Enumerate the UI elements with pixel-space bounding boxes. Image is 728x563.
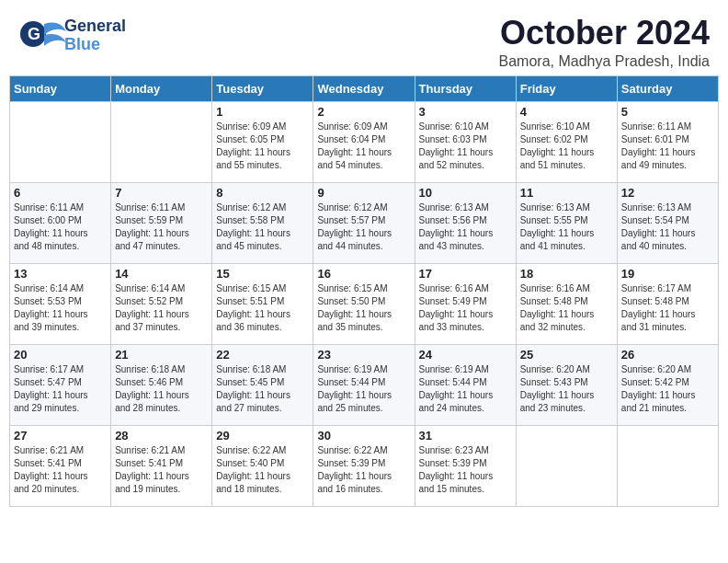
weekday-header-friday: Friday	[516, 75, 617, 101]
day-number: 28	[115, 429, 208, 442]
day-info: Sunrise: 6:13 AM Sunset: 5:54 PM Dayligh…	[621, 201, 714, 253]
title-block: October 2024 Bamora, Madhya Pradesh, Ind…	[499, 15, 710, 70]
day-info: Sunrise: 6:09 AM Sunset: 6:04 PM Dayligh…	[317, 121, 410, 172]
weekday-header-saturday: Saturday	[617, 75, 718, 101]
weekday-header-tuesday: Tuesday	[212, 75, 313, 101]
day-info: Sunrise: 6:11 AM Sunset: 6:01 PM Dayligh…	[621, 121, 714, 172]
weekday-header-row: SundayMondayTuesdayWednesdayThursdayFrid…	[10, 75, 719, 101]
weekday-header-monday: Monday	[111, 75, 212, 101]
day-cell: 19Sunrise: 6:17 AM Sunset: 5:48 PM Dayli…	[617, 263, 718, 344]
day-number: 13	[14, 267, 107, 281]
day-number: 10	[419, 186, 512, 200]
day-info: Sunrise: 6:16 AM Sunset: 5:49 PM Dayligh…	[419, 282, 512, 334]
day-number: 16	[317, 267, 410, 281]
day-cell: 1Sunrise: 6:09 AM Sunset: 6:05 PM Daylig…	[212, 101, 313, 182]
day-cell: 9Sunrise: 6:12 AM Sunset: 5:57 PM Daylig…	[313, 182, 415, 263]
day-info: Sunrise: 6:15 AM Sunset: 5:50 PM Dayligh…	[317, 282, 410, 334]
day-cell: 27Sunrise: 6:21 AM Sunset: 5:41 PM Dayli…	[10, 425, 111, 506]
day-number: 11	[520, 186, 613, 200]
day-cell	[516, 425, 617, 506]
day-number: 30	[317, 429, 410, 442]
weekday-header-wednesday: Wednesday	[313, 75, 415, 101]
day-cell: 10Sunrise: 6:13 AM Sunset: 5:56 PM Dayli…	[415, 182, 516, 263]
day-cell: 28Sunrise: 6:21 AM Sunset: 5:41 PM Dayli…	[111, 425, 212, 506]
day-cell: 25Sunrise: 6:20 AM Sunset: 5:43 PM Dayli…	[516, 344, 617, 425]
day-info: Sunrise: 6:19 AM Sunset: 5:44 PM Dayligh…	[419, 363, 512, 415]
day-info: Sunrise: 6:19 AM Sunset: 5:44 PM Dayligh…	[317, 363, 410, 415]
day-number: 19	[621, 267, 714, 281]
svg-text:G: G	[28, 25, 40, 43]
day-cell: 21Sunrise: 6:18 AM Sunset: 5:46 PM Dayli…	[111, 344, 212, 425]
day-info: Sunrise: 6:21 AM Sunset: 5:41 PM Dayligh…	[14, 444, 107, 496]
day-number: 12	[621, 186, 714, 200]
day-number: 20	[14, 348, 107, 362]
day-info: Sunrise: 6:14 AM Sunset: 5:52 PM Dayligh…	[115, 282, 208, 334]
day-number: 27	[14, 429, 107, 442]
day-cell: 7Sunrise: 6:11 AM Sunset: 5:59 PM Daylig…	[111, 182, 212, 263]
day-info: Sunrise: 6:18 AM Sunset: 5:45 PM Dayligh…	[216, 363, 309, 415]
day-number: 7	[115, 186, 208, 200]
day-cell: 12Sunrise: 6:13 AM Sunset: 5:54 PM Dayli…	[617, 182, 718, 263]
day-number: 17	[419, 267, 512, 281]
day-cell: 3Sunrise: 6:10 AM Sunset: 6:03 PM Daylig…	[415, 101, 516, 182]
day-number: 4	[520, 105, 613, 119]
day-cell: 23Sunrise: 6:19 AM Sunset: 5:44 PM Dayli…	[313, 344, 415, 425]
logo: G General Blue	[18, 15, 126, 57]
logo-icon: G	[18, 15, 66, 53]
day-cell: 17Sunrise: 6:16 AM Sunset: 5:49 PM Dayli…	[415, 263, 516, 344]
day-number: 22	[216, 348, 309, 362]
week-row-3: 13Sunrise: 6:14 AM Sunset: 5:53 PM Dayli…	[10, 263, 719, 344]
day-number: 2	[317, 105, 410, 119]
day-cell: 20Sunrise: 6:17 AM Sunset: 5:47 PM Dayli…	[10, 344, 111, 425]
day-info: Sunrise: 6:16 AM Sunset: 5:48 PM Dayligh…	[520, 282, 613, 334]
day-number: 15	[216, 267, 309, 281]
day-number: 1	[216, 105, 309, 119]
day-cell: 16Sunrise: 6:15 AM Sunset: 5:50 PM Dayli…	[313, 263, 415, 344]
day-number: 24	[419, 348, 512, 362]
day-info: Sunrise: 6:10 AM Sunset: 6:03 PM Dayligh…	[419, 121, 512, 172]
day-info: Sunrise: 6:09 AM Sunset: 6:05 PM Dayligh…	[216, 121, 309, 172]
day-number: 23	[317, 348, 410, 362]
day-info: Sunrise: 6:21 AM Sunset: 5:41 PM Dayligh…	[115, 444, 208, 496]
day-cell: 14Sunrise: 6:14 AM Sunset: 5:52 PM Dayli…	[111, 263, 212, 344]
day-cell: 2Sunrise: 6:09 AM Sunset: 6:04 PM Daylig…	[313, 101, 415, 182]
logo-general: General	[64, 17, 126, 36]
day-info: Sunrise: 6:13 AM Sunset: 5:56 PM Dayligh…	[419, 201, 512, 253]
day-number: 29	[216, 429, 309, 442]
day-number: 9	[317, 186, 410, 200]
page-header: G General Blue October 2024 Bamora, Madh…	[9, 9, 719, 70]
day-info: Sunrise: 6:12 AM Sunset: 5:58 PM Dayligh…	[216, 201, 309, 253]
day-number: 25	[520, 348, 613, 362]
location-title: Bamora, Madhya Pradesh, India	[499, 53, 710, 70]
day-number: 14	[115, 267, 208, 281]
day-info: Sunrise: 6:22 AM Sunset: 5:39 PM Dayligh…	[317, 444, 410, 496]
day-info: Sunrise: 6:15 AM Sunset: 5:51 PM Dayligh…	[216, 282, 309, 334]
day-cell: 26Sunrise: 6:20 AM Sunset: 5:42 PM Dayli…	[617, 344, 718, 425]
day-info: Sunrise: 6:17 AM Sunset: 5:47 PM Dayligh…	[14, 363, 107, 415]
day-info: Sunrise: 6:17 AM Sunset: 5:48 PM Dayligh…	[621, 282, 714, 334]
day-info: Sunrise: 6:11 AM Sunset: 5:59 PM Dayligh…	[115, 201, 208, 253]
day-cell: 30Sunrise: 6:22 AM Sunset: 5:39 PM Dayli…	[313, 425, 415, 506]
day-number: 31	[419, 429, 512, 442]
weekday-header-thursday: Thursday	[415, 75, 516, 101]
day-cell	[111, 101, 212, 182]
day-number: 21	[115, 348, 208, 362]
day-cell	[617, 425, 718, 506]
day-cell: 4Sunrise: 6:10 AM Sunset: 6:02 PM Daylig…	[516, 101, 617, 182]
day-cell: 22Sunrise: 6:18 AM Sunset: 5:45 PM Dayli…	[212, 344, 313, 425]
day-cell: 29Sunrise: 6:22 AM Sunset: 5:40 PM Dayli…	[212, 425, 313, 506]
day-cell	[10, 101, 111, 182]
day-cell: 31Sunrise: 6:23 AM Sunset: 5:39 PM Dayli…	[415, 425, 516, 506]
day-cell: 24Sunrise: 6:19 AM Sunset: 5:44 PM Dayli…	[415, 344, 516, 425]
weekday-header-sunday: Sunday	[10, 75, 111, 101]
day-cell: 15Sunrise: 6:15 AM Sunset: 5:51 PM Dayli…	[212, 263, 313, 344]
day-info: Sunrise: 6:20 AM Sunset: 5:43 PM Dayligh…	[520, 363, 613, 415]
day-number: 18	[520, 267, 613, 281]
day-info: Sunrise: 6:14 AM Sunset: 5:53 PM Dayligh…	[14, 282, 107, 334]
day-info: Sunrise: 6:20 AM Sunset: 5:42 PM Dayligh…	[621, 363, 714, 415]
day-number: 3	[419, 105, 512, 119]
day-cell: 6Sunrise: 6:11 AM Sunset: 6:00 PM Daylig…	[10, 182, 111, 263]
week-row-4: 20Sunrise: 6:17 AM Sunset: 5:47 PM Dayli…	[10, 344, 719, 425]
day-number: 6	[14, 186, 107, 200]
day-cell: 18Sunrise: 6:16 AM Sunset: 5:48 PM Dayli…	[516, 263, 617, 344]
